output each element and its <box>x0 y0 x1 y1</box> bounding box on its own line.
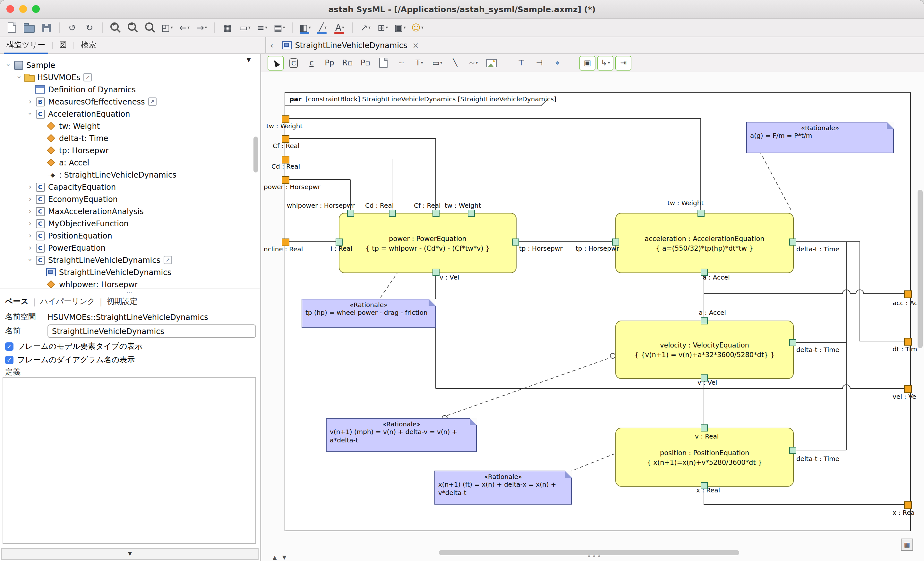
constraint-parameter-port[interactable] <box>347 209 354 217</box>
tree-item[interactable]: StraightLineVehicleDynamics <box>0 266 255 278</box>
tree-item[interactable]: ›CPositionEquation <box>0 229 255 242</box>
frame-toggle-button[interactable]: ▣ <box>579 55 596 70</box>
dropdown-arrow-icon[interactable]: ▾ <box>205 25 207 30</box>
emoji-button[interactable]: ☺▾ <box>410 20 425 35</box>
constraint-parameter-port[interactable] <box>789 447 796 454</box>
dropdown-arrow-icon[interactable]: ▾ <box>368 25 370 30</box>
tab-hyperlink[interactable]: ハイパーリンク <box>40 296 95 307</box>
collapse-panel-button[interactable]: ▼ <box>1 548 259 560</box>
show-diagram-name-checkbox[interactable] <box>5 356 14 364</box>
frame-parameter-port[interactable] <box>904 290 912 298</box>
structure-view-button[interactable]: ⊞▾ <box>375 20 391 35</box>
constraint-property-block[interactable]: acceleration : AccelerationEquation{ a=(… <box>615 213 794 273</box>
panel-splitter[interactable]: ⋯ <box>0 289 260 296</box>
dropdown-arrow-icon[interactable]: ▾ <box>440 60 442 66</box>
canvas-splitter-grip[interactable]: ••• <box>587 553 602 560</box>
name-input[interactable] <box>48 325 256 338</box>
frame-parameter-port[interactable] <box>904 501 912 509</box>
tree-item[interactable]: a: Accel <box>0 156 255 169</box>
tab-base[interactable]: ベース <box>5 296 28 307</box>
view-forward-button[interactable]: →▾ <box>194 20 210 35</box>
expander-closed-icon[interactable]: › <box>26 232 34 240</box>
frame-parameter-port[interactable] <box>282 115 290 123</box>
tab-scroll-left-icon[interactable]: ‹ <box>269 41 274 50</box>
constraint-property-block[interactable]: velocity : VelocityEquation{ {v(n+1) = v… <box>615 320 794 379</box>
tree-item[interactable]: ›HSUVMOEs <box>0 71 255 83</box>
frame-parameter-port[interactable] <box>904 338 912 346</box>
dropdown-arrow-icon[interactable]: ▾ <box>342 25 344 30</box>
tree-item[interactable]: tp: Horsepwr <box>0 144 255 156</box>
dropdown-arrow-icon[interactable]: ▾ <box>171 25 173 30</box>
frame-parameter-port[interactable] <box>282 238 290 246</box>
line-color-button[interactable]: ╱▾ <box>314 20 330 35</box>
font-color-button[interactable]: A▾ <box>332 20 348 35</box>
dropdown-arrow-icon[interactable]: ▾ <box>309 25 311 30</box>
constraint-parameter-port[interactable] <box>701 482 708 489</box>
dropdown-arrow-icon[interactable]: ▾ <box>248 25 250 30</box>
expander-closed-icon[interactable]: › <box>26 97 34 106</box>
tree-item[interactable]: ›CCapacityEquation <box>0 181 255 193</box>
constraint-parameter-port[interactable] <box>701 269 708 276</box>
frame-parameter-port[interactable] <box>282 176 290 184</box>
expander-open-icon[interactable]: › <box>15 73 23 82</box>
pin-tool-button[interactable]: ⌖ <box>549 55 565 70</box>
parts-button[interactable]: ▣▾ <box>392 20 408 35</box>
line-style-tool-button[interactable]: ↳▾ <box>597 55 614 70</box>
fit-to-window-button[interactable]: ◰▾ <box>159 20 175 35</box>
constraint-property-tool-button[interactable]: C <box>285 55 302 70</box>
constraint-parameter-port[interactable] <box>432 209 440 217</box>
tab-diagram-list[interactable]: 図 <box>58 38 68 52</box>
canvas-vertical-scrollbar-thumb[interactable] <box>918 190 923 348</box>
constraint-parameter-port[interactable] <box>701 374 708 381</box>
tree-item[interactable]: ›CStraightLineVehicleDynamics <box>0 254 255 266</box>
tree-item[interactable]: delta-t: Time <box>0 132 255 144</box>
dropdown-arrow-icon[interactable]: ▾ <box>283 25 285 30</box>
frame-tool-button[interactable]: ▭▾ <box>237 20 253 35</box>
expander-open-icon[interactable]: › <box>4 61 12 70</box>
undo-button[interactable]: ↺ <box>64 20 80 35</box>
parameter-tool-button[interactable]: Pp <box>321 55 338 70</box>
zoom-in-button[interactable] <box>107 20 123 35</box>
expander-open-icon[interactable]: › <box>26 256 34 265</box>
connector-shape-button[interactable]: ↗▾ <box>357 20 374 35</box>
dropdown-arrow-icon[interactable]: ▾ <box>386 25 388 30</box>
dropdown-arrow-icon[interactable]: ▾ <box>324 25 327 30</box>
zoom-out-button[interactable] <box>124 20 141 35</box>
map-view-button[interactable]: ▦ <box>219 20 236 35</box>
tree-item[interactable]: ─◆: StraightLineVehicleDynamics <box>0 169 255 181</box>
tree-item[interactable]: Definition of Dynamics <box>0 83 255 96</box>
dropdown-arrow-icon[interactable]: ▾ <box>421 60 423 66</box>
image-tool-button[interactable] <box>483 55 499 70</box>
dropdown-arrow-icon[interactable]: ▾ <box>421 25 423 30</box>
curve-tool-button[interactable]: ∼▾ <box>465 55 481 70</box>
port-tool-button[interactable]: P▫ <box>357 55 374 70</box>
dropdown-arrow-icon[interactable]: ▾ <box>188 25 190 30</box>
constraint-tool-button[interactable]: c <box>303 55 320 70</box>
redo-button[interactable]: ↻ <box>81 20 98 35</box>
tree-item[interactable]: ›Sample <box>0 59 255 71</box>
rationale-note[interactable]: «Rationale»x(n+1) (ft) = x(n) + delta-x … <box>434 471 572 504</box>
constraint-property-block[interactable]: power : PowerEquation{ tp = whlpowr - (C… <box>339 213 516 273</box>
line-tool-button[interactable]: ╲ <box>447 55 463 70</box>
layout-button[interactable]: ▤▾ <box>272 20 288 35</box>
constraint-parameter-port[interactable] <box>789 238 796 245</box>
fill-color-button[interactable]: ◧▾ <box>297 20 313 35</box>
tree-item[interactable]: ›CEconomyEquation <box>0 193 255 205</box>
frame-parameter-port[interactable] <box>904 385 912 393</box>
dropdown-arrow-icon[interactable]: ▾ <box>608 60 610 66</box>
width-align-tool-button[interactable]: ⊤ <box>513 55 530 70</box>
constraint-parameter-port[interactable] <box>701 317 708 325</box>
dropdown-arrow-icon[interactable]: ▾ <box>404 25 406 30</box>
height-align-tool-button[interactable]: ⊣ <box>531 55 548 70</box>
constraint-parameter-port[interactable] <box>468 209 475 217</box>
tree-item[interactable]: ›CMaxAccelerationAnalysis <box>0 205 255 217</box>
expander-closed-icon[interactable]: › <box>26 183 34 191</box>
constraint-parameter-port[interactable] <box>698 209 705 217</box>
frame-parameter-port[interactable] <box>282 156 290 163</box>
diagram-tab[interactable]: StraightLineVehicleDynamics × <box>279 39 423 51</box>
frame-parameter-port[interactable] <box>282 135 290 143</box>
overview-map-button[interactable]: ▦ <box>901 539 913 551</box>
tree-item[interactable]: ›BMeasuresOfEffectiveness <box>0 96 255 108</box>
expander-closed-icon[interactable]: › <box>26 207 34 215</box>
constraint-parameter-port[interactable] <box>701 425 708 431</box>
